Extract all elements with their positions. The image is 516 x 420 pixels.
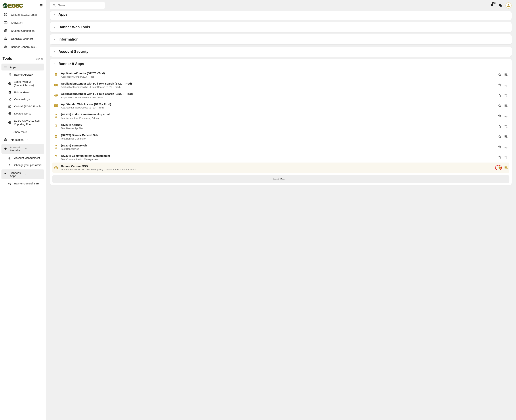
tools-item[interactable]: CampusLogic [1, 96, 44, 103]
add-to-list-button[interactable] [504, 145, 508, 149]
messages-button[interactable] [497, 3, 503, 8]
add-to-list-button[interactable] [504, 135, 508, 139]
tools-item[interactable]: Degree Works [1, 110, 44, 117]
tools-show-more[interactable]: Show more... [1, 128, 44, 136]
card-head-apps[interactable]: Apps [50, 11, 512, 20]
star-icon [498, 166, 502, 170]
profile-avatar[interactable] [505, 2, 512, 8]
sheet-icon [54, 73, 58, 77]
tools-section-label: Banner 9 Apps [10, 171, 22, 178]
add-to-list-button[interactable] [504, 114, 508, 118]
card-head-information[interactable]: Information [50, 34, 512, 44]
collapse-sidebar-button[interactable] [39, 4, 43, 8]
favorite-button[interactable] [498, 114, 502, 118]
favorite-button[interactable] [498, 83, 502, 87]
entry-title: Banner General SSB [61, 164, 495, 168]
quicklink-label: OneUSG Connect [11, 37, 33, 40]
favorite-button[interactable] [498, 166, 502, 170]
app-entry[interactable]: ApplicaitonXtender (B720T - Test) Applic… [52, 70, 509, 80]
add-to-list-button[interactable] [504, 93, 508, 97]
playlist-add-icon [504, 135, 508, 139]
playlist-add-icon [504, 104, 508, 108]
add-to-list-button[interactable] [504, 155, 508, 159]
add-to-list-button[interactable] [504, 166, 508, 170]
notifications-button[interactable]: 10 [489, 3, 495, 8]
tools-item[interactable]: Banner General SSB [1, 180, 44, 187]
tools-item[interactable]: BannerWeb 9x - (Student Access) [1, 78, 44, 89]
entry-subtitle: ApplicationXtender with Full Text Search… [61, 86, 495, 88]
favorite-button[interactable] [498, 124, 502, 128]
app-entry[interactable]: (B720T) Action Item Processing Admin Tes… [52, 111, 509, 121]
card-title: Information [59, 37, 79, 41]
add-to-list-button[interactable] [504, 104, 508, 108]
tools-item[interactable]: Change your password [1, 162, 44, 169]
cloud-up-icon [8, 182, 12, 185]
chevron-down-icon [8, 131, 12, 134]
search-input[interactable] [58, 4, 102, 7]
card-head-banner-web-tools[interactable]: Banner Web Tools [50, 22, 512, 32]
globe-icon [8, 157, 12, 160]
tools-item[interactable]: EGSC COVID-19 Self Reporting Form [1, 117, 44, 128]
card-head-banner9[interactable]: Banner 9 Apps [50, 59, 512, 69]
quicklink-catmail[interactable]: CatMail (EGSC Email) [0, 11, 46, 19]
tools-item[interactable]: CatMail (EGSC Email) [1, 103, 44, 110]
tools-section-information[interactable]: Information [0, 136, 44, 143]
quicklink-knowbe4[interactable]: KnowBe4 [0, 19, 46, 27]
playlist-add-icon [504, 155, 508, 159]
app-entry[interactable]: (B720T) Banner General Ssb Test Banner G… [52, 131, 509, 142]
search-box[interactable] [50, 2, 105, 9]
app-entry[interactable]: (B720T) BannerWeb Test BannerWeb [52, 142, 509, 152]
tools-item-label: Bobcat Growl [14, 91, 30, 94]
entry-actions [498, 145, 508, 149]
quicklink-student-orientation[interactable]: Student Orientation [0, 27, 46, 35]
favorite-button[interactable] [498, 135, 502, 139]
card-head-account-security[interactable]: Account Security [50, 46, 512, 57]
add-to-list-button[interactable] [504, 83, 508, 87]
add-to-list-button[interactable] [504, 73, 508, 77]
favorite-button[interactable] [498, 93, 502, 97]
app-entry[interactable]: (B720T) AppNav Test Banner AppNav [52, 121, 509, 132]
app-entry[interactable]: AppXtender Web Access (B720 - Prod) AppX… [52, 101, 509, 111]
sliders-icon [8, 98, 12, 101]
app-entry[interactable]: ApplicationXtender with Full Text Search… [52, 90, 509, 101]
file-icon [54, 155, 59, 159]
entry-subtitle: Test BannerWeb [61, 148, 495, 150]
favorite-button[interactable] [498, 73, 502, 77]
quicklink-oneusg-connect[interactable]: OneUSG Connect [0, 35, 46, 43]
globe-icon [4, 29, 7, 32]
tools-view-all-link[interactable]: View all [36, 58, 43, 60]
tools-section-banner9[interactable]: Banner 9 Apps [1, 169, 44, 179]
entry-actions [498, 73, 508, 77]
globe-icon [54, 93, 58, 97]
entry-subtitle: Test Banner AppNav [61, 127, 495, 130]
favorite-button[interactable] [498, 104, 502, 108]
entry-actions [498, 114, 508, 118]
favorite-button[interactable] [498, 155, 502, 159]
tools-section-apps[interactable]: Apps [1, 64, 44, 70]
tools-item[interactable]: Banner AppNav [1, 71, 44, 78]
chevron-right-icon [54, 26, 56, 28]
app-entry[interactable]: ApplicationXtender with Full Text Search… [52, 80, 509, 90]
quicklink-banner-general-ssb[interactable]: Banner General SSB [0, 43, 46, 51]
cloud-up-icon [54, 166, 59, 170]
chevron-down-icon [25, 148, 27, 150]
quicklink-label: Student Orientation [11, 29, 35, 32]
app-entry[interactable]: (B720T) Communication Management Test Co… [52, 152, 509, 163]
book-open-icon [8, 105, 12, 108]
tools-item[interactable]: Bobcat Growl [1, 89, 44, 96]
book-open-icon [4, 13, 7, 16]
tools-item[interactable]: Account Management [1, 155, 44, 162]
star-icon [4, 147, 7, 150]
app-entry[interactable]: Banner General SSB Update Banner Profile… [52, 163, 509, 173]
quick-links: CatMail (EGSC Email) KnowBe4 Student Ori… [0, 11, 46, 51]
tools-section-account-security[interactable]: Account Security [1, 144, 44, 154]
book-open-icon [54, 104, 59, 108]
globe-icon [8, 157, 12, 160]
divider [3, 53, 43, 53]
sliders-icon [8, 98, 12, 101]
load-more-button[interactable]: Load More… [52, 175, 509, 183]
brand-logo[interactable]: my EGSC [3, 3, 23, 9]
file-icon [54, 114, 58, 118]
add-to-list-button[interactable] [504, 124, 508, 128]
favorite-button[interactable] [498, 145, 502, 149]
